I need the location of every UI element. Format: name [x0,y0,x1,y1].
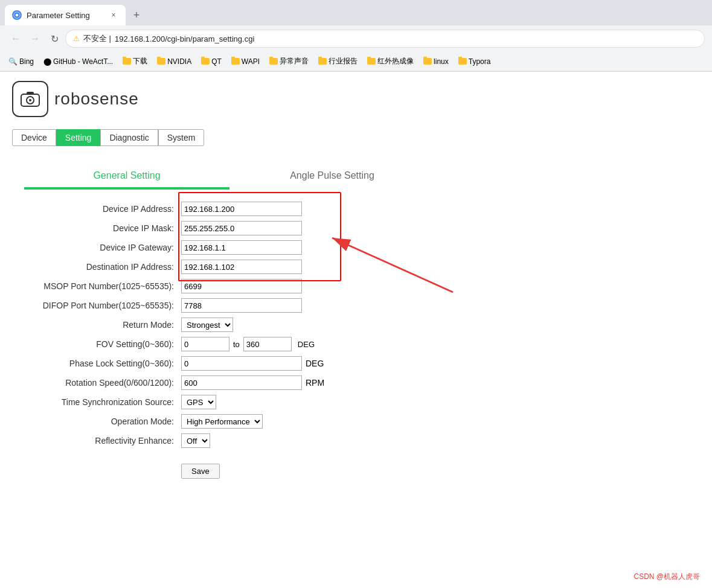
difop-port-row: DIFOP Port Number(1025~65535): [24,298,688,313]
refresh-button[interactable]: ↻ [46,30,63,47]
device-ip-address-row: Device IP Address: [24,202,688,216]
tab-close-button[interactable]: × [109,10,118,20]
bookmark-github[interactable]: ⬤ GitHub - WeActT... [40,56,117,67]
section-tab-bar: General Setting Angle Pulse Setting [24,161,688,188]
device-ip-gateway-label: Device IP Gateway: [24,243,181,252]
tab-bar: Parameter Setting × + [0,0,712,25]
fov-unit-label: DEG [298,340,315,349]
main-content: General Setting Angle Pulse Setting [0,149,712,503]
fov-start-input[interactable] [181,337,229,351]
tab-device[interactable]: Device [12,129,56,146]
tab-setting[interactable]: Setting [56,129,101,146]
time-sync-select[interactable]: GPS PPS NTP [181,395,216,409]
logo-text: robosense [54,89,139,109]
rotation-speed-inputs: RPM [181,375,324,390]
folder-icon [367,58,376,65]
bookmark-label: 行业报告 [329,56,358,66]
folder-icon [318,58,327,65]
bookmark-label: GitHub - WeActT... [53,57,113,66]
device-ip-mask-row: Device IP Mask: [24,221,688,235]
bookmarks-bar: 🔍 Bing ⬤ GitHub - WeActT... 下载 NVIDIA QT… [0,52,712,71]
folder-icon [269,58,278,65]
fov-end-input[interactable] [243,337,292,351]
svg-point-5 [29,99,31,101]
bookmark-linux[interactable]: linux [420,56,452,67]
logo-icon [12,81,48,117]
device-ip-gateway-row: Device IP Gateway: [24,240,688,255]
bookmark-infrared[interactable]: 红外热成像 [364,55,417,68]
url-prefix: 不安全 | [83,33,111,44]
bookmark-industry-report[interactable]: 行业报告 [315,55,361,68]
fov-inputs: to DEG [181,337,315,351]
tab-system[interactable]: System [158,129,205,146]
bookmark-label: 异常声音 [280,56,309,66]
rotation-speed-unit: RPM [306,378,324,388]
phase-lock-label: Phase Lock Setting(0~360): [24,359,181,368]
phase-lock-row: Phase Lock Setting(0~360): DEG [24,356,688,371]
reflectivity-row: Reflectivity Enhance: Off On [24,433,688,448]
device-ip-address-input[interactable] [181,202,302,216]
operation-mode-label: Operation Mode: [24,417,181,426]
bookmark-download[interactable]: 下载 [119,55,151,68]
bookmark-abnormal-sound[interactable]: 异常声音 [266,55,312,68]
rotation-speed-label: Rotation Speed(0/600/1200): [24,378,181,388]
tab-diagnostic[interactable]: Diagnostic [100,129,158,146]
phase-lock-input[interactable] [181,356,302,371]
bookmark-label: Typora [469,57,491,66]
browser-chrome: Parameter Setting × + ← → ↻ ⚠ 不安全 | 192.… [0,0,712,72]
bookmark-label: 红外热成像 [377,56,414,66]
rotation-speed-input[interactable] [181,375,302,390]
phase-lock-unit: DEG [306,359,324,368]
bookmark-qt[interactable]: QT [197,56,225,67]
active-tab[interactable]: Parameter Setting × [5,5,126,25]
tab-general-setting[interactable]: General Setting [24,161,229,188]
save-button[interactable]: Save [181,464,220,479]
forward-button[interactable]: → [27,30,43,47]
folder-icon [123,58,131,65]
new-tab-button[interactable]: + [128,7,145,24]
svg-point-1 [16,14,19,17]
fov-label: FOV Setting(0~360): [24,339,181,349]
svg-rect-4 [27,92,34,95]
return-mode-select[interactable]: Strongest Last Dual [181,318,233,332]
msop-port-label: MSOP Port Number(1025~65535): [24,281,181,291]
time-sync-label: Time Synchronization Source: [24,397,181,407]
footer-watermark: CSDN @机器人虎哥 [633,572,700,582]
destination-ip-label: Destination IP Address: [24,262,181,272]
form-wrapper: Device IP Address: Device IP Mask: Devic… [24,190,688,491]
return-mode-row: Return Mode: Strongest Last Dual [24,318,688,332]
tab-title: Parameter Setting [27,11,90,20]
fov-setting-row: FOV Setting(0~360): to DEG [24,337,688,351]
logo-area: robosense [0,72,712,126]
bookmark-typora[interactable]: Typora [455,56,495,67]
folder-icon [423,58,432,65]
destination-ip-input[interactable] [181,260,302,274]
back-button[interactable]: ← [7,30,24,47]
fov-to-label: to [233,340,240,349]
bookmark-nvidia[interactable]: NVIDIA [153,56,195,67]
save-row: Save [24,458,688,479]
device-ip-address-label: Device IP Address: [24,204,181,214]
github-icon: ⬤ [43,57,51,66]
bookmark-wapi[interactable]: WAPI [228,56,263,67]
folder-icon [157,58,165,65]
device-ip-mask-label: Device IP Mask: [24,223,181,233]
bookmark-label: linux [434,57,449,66]
address-bar[interactable]: ⚠ 不安全 | 192.168.1.200/cgi-bin/param_sett… [65,30,705,48]
form-section: Device IP Address: Device IP Mask: Devic… [24,190,688,491]
reflectivity-label: Reflectivity Enhance: [24,436,181,446]
reflectivity-select[interactable]: Off On [181,433,210,448]
difop-port-label: DIFOP Port Number(1025~65535): [24,301,181,310]
difop-port-input[interactable] [181,298,302,313]
msop-port-input[interactable] [181,279,302,293]
device-ip-mask-input[interactable] [181,221,302,235]
bookmark-label: 下载 [133,56,147,66]
operation-mode-select[interactable]: High Performance Whisper [181,414,263,429]
folder-icon [458,58,467,65]
security-icon: ⚠ [73,34,80,43]
rotation-speed-row: Rotation Speed(0/600/1200): RPM [24,375,688,390]
tab-angle-pulse-setting[interactable]: Angle Pulse Setting [229,161,435,188]
tab-favicon [12,10,22,20]
device-ip-gateway-input[interactable] [181,240,302,255]
bookmark-bing[interactable]: 🔍 Bing [5,56,37,67]
